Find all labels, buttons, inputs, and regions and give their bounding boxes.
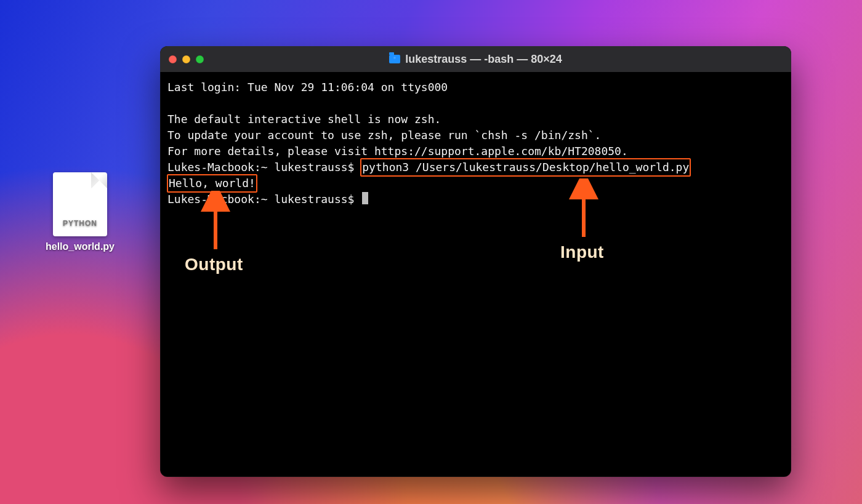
window-traffic-lights	[169, 55, 204, 63]
terminal-cursor	[362, 192, 368, 204]
window-title: lukestrauss — -bash — 80×24	[160, 53, 791, 66]
window-title-text: lukestrauss — -bash — 80×24	[405, 53, 562, 66]
terminal-window[interactable]: lukestrauss — -bash — 80×24 Last login: …	[160, 46, 791, 477]
prompt-1: Lukes-Macbook:~ lukestrauss$ python3 /Us…	[167, 161, 690, 174]
highlighted-output: Hello, world!	[167, 174, 257, 193]
file-name-label: hello_world.py	[43, 241, 117, 252]
close-button[interactable]	[169, 55, 177, 63]
line-last-login: Last login: Tue Nov 29 11:06:04 on ttys0…	[167, 81, 448, 94]
folder-icon	[389, 55, 400, 63]
window-titlebar[interactable]: lukestrauss — -bash — 80×24	[160, 46, 791, 72]
zoom-button[interactable]	[196, 55, 204, 63]
file-kind-tag: PYTHON	[53, 219, 107, 228]
highlighted-command: python3 /Users/lukestrauss/Desktop/hello…	[360, 158, 691, 177]
desktop: PYTHON hello_world.py lukestrauss — -bas…	[0, 0, 862, 504]
minimize-button[interactable]	[182, 55, 190, 63]
file-document-icon: PYTHON	[53, 172, 107, 236]
line-zsh-notice-1: The default interactive shell is now zsh…	[167, 113, 441, 126]
prompt-2: Lukes-Macbook:~ lukestrauss$	[167, 193, 368, 206]
line-zsh-notice-3: For more details, please visit https://s…	[167, 145, 628, 158]
line-zsh-notice-2: To update your account to use zsh, pleas…	[167, 129, 601, 142]
terminal-content[interactable]: Last login: Tue Nov 29 11:06:04 on ttys0…	[160, 72, 791, 477]
desktop-file-hello-world[interactable]: PYTHON hello_world.py	[43, 172, 117, 252]
